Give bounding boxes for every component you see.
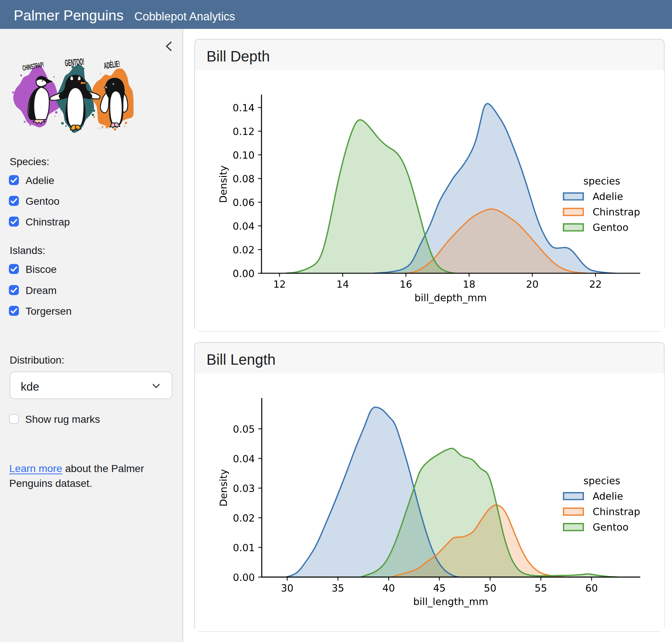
svg-text:@allison_horst: @allison_horst — [97, 127, 110, 129]
svg-text:GENTOO!: GENTOO! — [64, 56, 85, 68]
